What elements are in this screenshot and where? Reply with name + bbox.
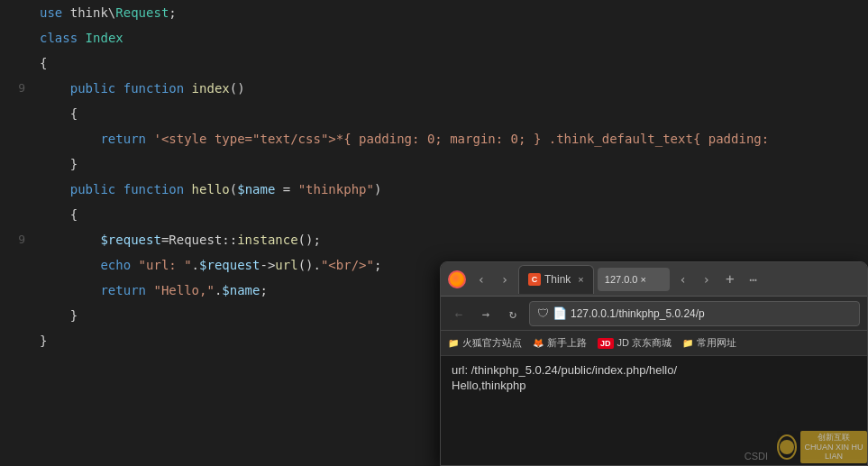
tab-title: Think — [544, 273, 571, 286]
bookmark-jd-label: JD 京东商城 — [617, 336, 672, 350]
line-content: echo "url: ".$request->url()."<br/>"; — [32, 252, 381, 278]
line-content: public function index() — [32, 76, 245, 101]
refresh-btn[interactable]: ↻ — [502, 303, 524, 324]
code-line: use think\Request; — [0, 0, 868, 25]
code-line: { — [0, 202, 868, 227]
line-content: return "Hello,".$name; — [32, 278, 268, 303]
code-line: 9 $request=Request::instance(); — [0, 227, 868, 252]
jd-icon: JD — [598, 338, 614, 349]
line-content: { — [32, 50, 47, 76]
bookmark-huhu[interactable]: 📁 火狐官方站点 — [448, 336, 522, 350]
code-line: { — [0, 101, 868, 126]
logo-inner — [780, 440, 794, 454]
code-line: 9 public function index() — [0, 76, 868, 101]
active-tab[interactable]: C Think × — [518, 265, 594, 294]
more-options-btn[interactable]: ⋯ — [744, 270, 763, 289]
tab-url-text: 127.0.0 × — [605, 274, 646, 285]
line-content: public function hello($name = "thinkphp"… — [32, 177, 381, 202]
line-content: $request=Request::instance(); — [32, 227, 321, 252]
tab-back-btn[interactable]: ‹ — [471, 270, 491, 289]
tab-prev-btn[interactable]: ‹ — [673, 270, 693, 289]
code-line: { — [0, 50, 868, 76]
content-url-line: url: /thinkphp_5.0.24/public/index.php/h… — [452, 363, 856, 377]
logo-circle — [777, 434, 797, 460]
code-line: } — [0, 151, 868, 177]
bookmark-huhu-label: 火狐官方站点 — [462, 336, 522, 350]
bookmarks-bar: 📁 火狐官方站点 🦊 新手上路 JD JD 京东商城 📁 常用网址 — [441, 331, 867, 356]
address-url: 127.0.0.1/thinkphp_5.0.24/p — [571, 307, 852, 320]
code-line: class Index — [0, 25, 868, 50]
browser-content: url: /thinkphp_5.0.24/public/index.php/h… — [441, 356, 867, 465]
forward-btn[interactable]: → — [475, 303, 497, 324]
back-btn[interactable]: ← — [448, 303, 470, 324]
bookmark-common-label: 常用网址 — [697, 336, 736, 350]
address-field[interactable]: 🛡 📄 127.0.0.1/thinkphp_5.0.24/p — [529, 301, 860, 326]
page-icon: 📄 — [553, 306, 567, 320]
code-line: public function hello($name = "thinkphp"… — [0, 177, 868, 202]
line-content: { — [32, 202, 78, 227]
line-content: class Index — [32, 25, 123, 50]
chuangxin-logo: 创新互联CHUAN XIN HU LIAN — [777, 429, 867, 465]
tab-site-icon: C — [528, 273, 541, 286]
line-content: } — [32, 151, 78, 177]
line-content: } — [32, 303, 78, 328]
bookmark-jd[interactable]: JD JD 京东商城 — [598, 336, 672, 350]
folder-icon: 📁 — [448, 338, 459, 348]
shield-icon: 🛡 — [537, 306, 549, 320]
line-content: use think\Request; — [32, 0, 177, 25]
tab-url-preview: 127.0.0 × — [598, 268, 670, 291]
line-content: return '<style type="text/css">*{ paddin… — [32, 126, 769, 151]
browser-window: ‹ › C Think × 127.0.0 × ‹ › + ⋯ ← → ↻ 🛡 … — [440, 261, 868, 466]
code-line: return '<style type="text/css">*{ paddin… — [0, 126, 868, 151]
firefox-icon — [446, 269, 468, 290]
logo-text: 创新互联CHUAN XIN HU LIAN — [800, 431, 867, 463]
bookmark-common[interactable]: 📁 常用网址 — [682, 336, 736, 350]
tab-forward-btn[interactable]: › — [495, 270, 515, 289]
folder-common-icon: 📁 — [682, 338, 693, 348]
bookmark-firefox-label: 新手上路 — [547, 336, 587, 350]
firefox-bk-icon: 🦊 — [533, 338, 544, 348]
new-tab-btn[interactable]: + — [720, 270, 740, 289]
tab-close-btn[interactable]: × — [578, 274, 583, 285]
address-bar-row: ← → ↻ 🛡 📄 127.0.0.1/thinkphp_5.0.24/p — [441, 297, 867, 331]
line-number: 9 — [0, 227, 32, 252]
tab-bar: ‹ › C Think × 127.0.0 × ‹ › + ⋯ — [441, 262, 867, 297]
line-content: } — [32, 328, 47, 353]
bookmark-firefox[interactable]: 🦊 新手上路 — [533, 336, 587, 350]
line-number: 9 — [0, 76, 32, 101]
tab-next-btn[interactable]: › — [697, 270, 717, 289]
line-content: { — [32, 101, 78, 126]
content-hello-line: Hello,thinkphp — [452, 379, 856, 392]
csdi-watermark: CSDI — [745, 451, 768, 461]
